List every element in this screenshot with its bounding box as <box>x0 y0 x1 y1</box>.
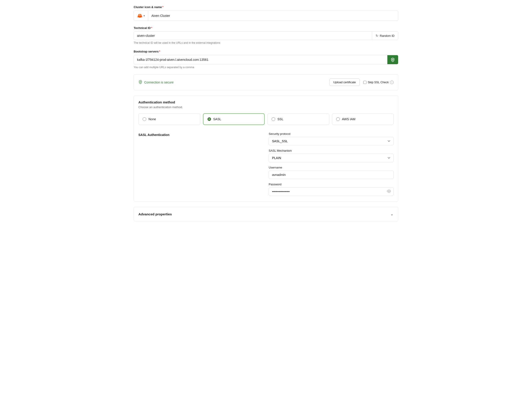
username-input[interactable] <box>269 170 394 179</box>
password-row <box>269 187 394 196</box>
shield-valid-badge <box>387 55 398 64</box>
security-protocol-label: Security protocol <box>269 132 394 135</box>
password-toggle-icon[interactable] <box>387 189 391 194</box>
bootstrap-label: Bootstrap servers* <box>134 50 398 53</box>
auth-radio-none[interactable] <box>143 117 146 121</box>
advanced-properties-title: Advanced properties <box>138 212 172 216</box>
cluster-icon: 🦀 <box>137 13 143 18</box>
technical-id-row: ↻ Random ID <box>134 31 398 40</box>
auth-label-sasl: SASL <box>213 117 221 121</box>
security-protocol-select[interactable]: SASL_SSL SASL_PLAINTEXT SSL PLAINTEXT <box>269 137 394 145</box>
auth-label-aws-iam: AWS IAM <box>342 117 355 121</box>
auth-radio-sasl[interactable] <box>207 117 211 121</box>
auth-option-aws-iam[interactable]: AWS IAM <box>332 113 394 125</box>
security-protocol-field: Security protocol SASL_SSL SASL_PLAINTEX… <box>269 132 394 145</box>
auth-subtitle: Choose an authentication method. <box>138 105 394 109</box>
sasl-section: SASL Authentication Security protocol SA… <box>138 131 394 197</box>
connection-actions: Upload certificate Skip SSL Check i <box>329 78 394 86</box>
technical-id-input[interactable] <box>134 32 372 40</box>
info-icon[interactable]: i <box>390 81 394 84</box>
auth-option-sasl[interactable]: SASL <box>203 113 265 125</box>
advanced-chevron-icon: ⌄ <box>390 211 394 216</box>
sasl-right: Security protocol SASL_SSL SASL_PLAINTEX… <box>269 132 394 196</box>
connection-shield-icon <box>138 80 142 85</box>
chevron-down-icon: ▾ <box>144 14 145 17</box>
technical-id-hint: The technical ID will be used in the URL… <box>134 41 398 45</box>
password-input[interactable] <box>269 187 394 196</box>
sasl-mechanism-select[interactable]: PLAIN SCRAM-SHA-256 SCRAM-SHA-512 GSSAPI <box>269 154 394 162</box>
skip-ssl-checkbox[interactable] <box>363 81 367 84</box>
connection-secure-indicator: Connection is secure <box>138 80 174 85</box>
password-field: Password <box>269 183 394 196</box>
cluster-name-label: Cluster icon & name* <box>134 5 398 9</box>
password-label: Password <box>269 183 394 186</box>
bootstrap-servers-input[interactable] <box>134 56 387 64</box>
technical-id-label: Technical ID* <box>134 26 398 30</box>
auth-section: Authentication method Choose an authenti… <box>134 96 398 201</box>
auth-option-ssl[interactable]: SSL <box>267 113 329 125</box>
cluster-name-row: 🦀 ▾ <box>134 11 398 21</box>
sasl-mechanism-field: SASL Mechanism PLAIN SCRAM-SHA-256 SCRAM… <box>269 149 394 162</box>
svg-point-0 <box>388 191 390 192</box>
bootstrap-hint: You can add multiple URLs separated by a… <box>134 66 398 69</box>
upload-certificate-button[interactable]: Upload certificate <box>329 78 359 86</box>
random-id-button[interactable]: ↻ Random ID <box>372 32 398 40</box>
auth-radio-ssl[interactable] <box>272 117 275 121</box>
skip-ssl-label[interactable]: Skip SSL Check i <box>363 81 394 84</box>
refresh-icon: ↻ <box>376 34 378 37</box>
sasl-mechanism-label: SASL Mechanism <box>269 149 394 152</box>
auth-label-none: None <box>148 117 156 121</box>
cluster-icon-button[interactable]: 🦀 ▾ <box>134 11 148 21</box>
username-field: Username <box>269 166 394 179</box>
bootstrap-row <box>134 55 398 64</box>
cluster-name-input[interactable] <box>148 12 398 20</box>
auth-radio-aws-iam[interactable] <box>336 117 340 121</box>
sasl-section-title: SASL Authentication <box>138 132 263 137</box>
auth-options: None SASL SSL AWS IAM <box>138 113 394 125</box>
auth-title: Authentication method <box>138 100 394 104</box>
username-label: Username <box>269 166 394 169</box>
connection-section: Connection is secure Upload certificate … <box>134 74 398 90</box>
auth-option-none[interactable]: None <box>138 113 200 125</box>
auth-label-ssl: SSL <box>278 117 283 121</box>
advanced-properties-section[interactable]: Advanced properties ⌄ <box>134 207 398 221</box>
